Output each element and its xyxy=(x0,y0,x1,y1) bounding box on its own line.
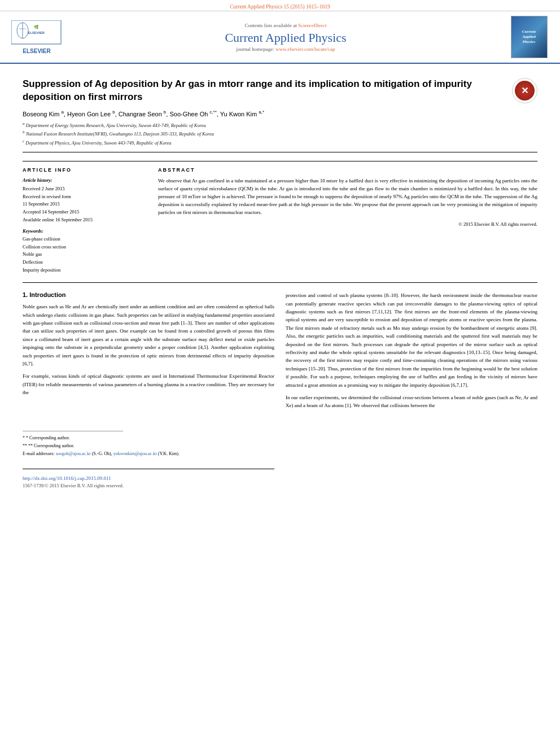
doi-link[interactable]: http://dx.doi.org/10.1016/j.cap.2015.09.… xyxy=(23,475,111,481)
contents-label: Contents lists available at ScienceDirec… xyxy=(62,23,509,28)
body-right-col: protection and control of such plasma sy… xyxy=(286,291,537,488)
keywords-label: Keywords: xyxy=(23,228,147,234)
footnote-double-star: ** ** Corresponding author. xyxy=(23,443,274,449)
section-divider xyxy=(23,282,537,283)
keyword-5: Impurity deposition xyxy=(23,267,147,274)
email-link-2[interactable]: yukwonkim@ajou.ac.kr xyxy=(113,451,157,456)
issn-text: 1567-1739/© 2015 Elsevier B.V. All right… xyxy=(23,483,274,488)
svg-text:🌿: 🌿 xyxy=(34,24,39,29)
article-info-column: Article Info Article history: Received 2… xyxy=(23,167,147,274)
affiliation-c: c Department of Physics, Ajou University… xyxy=(23,138,537,147)
abstract-text: We observe that Ar gas confined in a tub… xyxy=(158,177,537,217)
body-left-col: 1. Introduction Noble gases such as He a… xyxy=(23,291,274,488)
abstract-label: Abstract xyxy=(158,167,537,173)
svg-text:ELSEVIER: ELSEVIER xyxy=(28,31,45,34)
header-center: Contents lists available at ScienceDirec… xyxy=(62,23,509,52)
article-title: Suppression of Ag deposition by Ar gas i… xyxy=(23,78,537,104)
history-label: Article history: xyxy=(23,177,147,183)
intro-para-2: For example, various kinds of optical di… xyxy=(23,372,274,396)
journal-citation-link[interactable]: Current Applied Physics 15 (2015) 1615–1… xyxy=(230,4,330,10)
crossmark-icon: ✕ xyxy=(515,81,535,101)
sciencedirect-link[interactable]: ScienceDirect xyxy=(298,23,326,28)
authors-line: Boseong Kim a, Hyeon Gon Lee b, Changrae… xyxy=(23,110,537,117)
keyword-1: Gas-phase collision xyxy=(23,235,147,243)
article-info-label: Article Info xyxy=(23,167,147,173)
footnote-emails: E-mail addresses: soogoh@ajou.ac.kr (S.-… xyxy=(23,451,274,457)
keyword-2: Collision cross section xyxy=(23,243,147,251)
footnotes-section: * * Corresponding author. ** ** Correspo… xyxy=(23,431,274,457)
abstract-copyright: © 2015 Elsevier B.V. All rights reserved… xyxy=(158,221,537,227)
introduction-heading: 1. Introduction xyxy=(23,291,274,298)
intro-para-1: Noble gases such as He and Ar are chemic… xyxy=(23,303,274,368)
main-header: 🌿 ELSEVIER ELSEVIER Contents lists avail… xyxy=(0,11,560,64)
article-dates: Received 2 June 2015 Received in revised… xyxy=(23,185,147,224)
footnote-single-star: * * Corresponding author. xyxy=(23,435,274,442)
affiliations: a Department of Energy Systems Research,… xyxy=(23,121,537,147)
keyword-3: Noble gas xyxy=(23,251,147,259)
homepage-line: journal homepage: www.elsevier.com/locat… xyxy=(62,46,509,52)
article-info-abstract: Article Info Article history: Received 2… xyxy=(23,161,537,274)
keywords-list: Gas-phase collision Collision cross sect… xyxy=(23,235,147,274)
journal-thumbnail: Current Applied Physics xyxy=(509,16,549,58)
email-link-1[interactable]: soogoh@ajou.ac.kr xyxy=(56,451,91,456)
keyword-4: Deflection xyxy=(23,259,147,267)
right-para-2: In our earlier experiments, we determine… xyxy=(286,394,537,410)
right-para-1: protection and control of such plasma sy… xyxy=(286,291,537,389)
affiliation-b: b National Fusion Research Institute(NFR… xyxy=(23,129,537,138)
journal-citation-bar: Current Applied Physics 15 (2015) 1615–1… xyxy=(0,0,560,11)
crossmark-badge[interactable]: ✕ xyxy=(512,78,537,103)
journal-title: Current Applied Physics xyxy=(62,30,509,45)
abstract-column: Abstract We observe that Ar gas confined… xyxy=(158,167,537,274)
homepage-link[interactable]: www.elsevier.com/locate/cap xyxy=(275,46,335,52)
body-content: 1. Introduction Noble gases such as He a… xyxy=(23,291,537,488)
doi-section: http://dx.doi.org/10.1016/j.cap.2015.09.… xyxy=(23,469,274,488)
footnote-divider xyxy=(23,431,123,431)
article-title-section: Suppression of Ag deposition by Ar gas i… xyxy=(23,69,537,152)
elsevier-logo: 🌿 ELSEVIER ELSEVIER xyxy=(11,20,62,54)
content-area: Suppression of Ag deposition by Ar gas i… xyxy=(0,64,560,500)
affiliation-a: a Department of Energy Systems Research,… xyxy=(23,121,537,129)
